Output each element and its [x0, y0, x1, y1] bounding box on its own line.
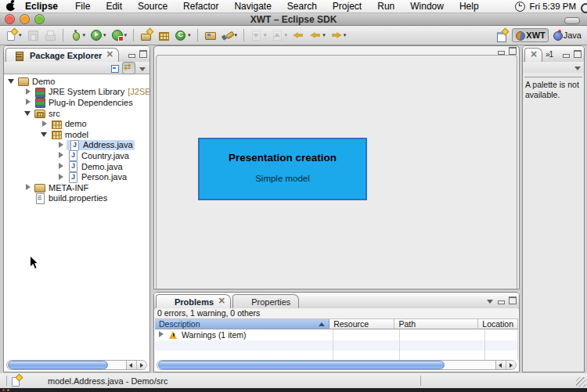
dropdown-arrow-icon[interactable]: ▾	[19, 32, 22, 38]
tree-item-src[interactable]: src	[5, 108, 149, 119]
expand-icon[interactable]	[24, 110, 31, 117]
expand-icon[interactable]	[157, 331, 164, 338]
menu-edit[interactable]: Edit	[98, 1, 130, 12]
tree-item-demo-java[interactable]: Demo.java	[5, 161, 149, 172]
tree-item-content[interactable]: Plug-in Dependencies	[34, 97, 133, 107]
tree-item-content[interactable]: Demo.java	[67, 161, 123, 171]
dropdown-arrow-icon[interactable]: ▾	[322, 32, 326, 38]
horizontal-scrollbar[interactable]	[6, 360, 147, 370]
column-header-path[interactable]: Path	[394, 319, 478, 329]
expand-icon[interactable]	[57, 152, 64, 159]
open-type-button[interactable]	[203, 28, 218, 42]
tree-item-plug-in-dependencies[interactable]: Plug-in Dependencies	[5, 97, 149, 108]
tree-item-content[interactable]: src	[34, 108, 60, 118]
perspective-xwt-button[interactable]: XWT	[512, 28, 548, 42]
link-with-editor-icon[interactable]	[122, 62, 135, 74]
maximize-view-icon[interactable]	[139, 50, 147, 58]
close-icon[interactable]	[105, 51, 113, 59]
editor-canvas[interactable]: Presentation creation Simple model	[156, 55, 517, 289]
menu-refactor[interactable]: Refactor	[175, 1, 226, 12]
tree-item-address-java[interactable]: Address.java	[5, 140, 149, 151]
back-button[interactable]: ▾	[308, 28, 327, 42]
view-menu-icon[interactable]	[573, 63, 582, 72]
selected-tree-item[interactable]: Address.java	[67, 140, 135, 150]
open-perspective-button[interactable]	[494, 28, 510, 42]
view-menu-icon[interactable]	[485, 296, 495, 305]
scrollbar-thumb[interactable]	[158, 361, 445, 369]
column-header-description[interactable]: Description	[155, 319, 330, 329]
new-java-package-button[interactable]	[156, 28, 171, 42]
scroll-left-icon[interactable]	[127, 361, 137, 369]
forward-button[interactable]: ▾	[329, 28, 348, 42]
tree-item-person-java[interactable]: Person.java	[5, 171, 149, 182]
minimize-view-icon[interactable]	[128, 50, 136, 58]
tree-item-content[interactable]: Demo	[17, 76, 55, 86]
debug-button[interactable]: ▾	[68, 28, 88, 42]
collapse-all-icon[interactable]	[110, 63, 121, 74]
table-row[interactable]: Warnings (1 item)	[155, 329, 518, 340]
scrollbar-thumb[interactable]	[8, 361, 108, 369]
tree-item-build-properties[interactable]: build.properties	[5, 193, 149, 204]
spotlight-icon[interactable]	[581, 3, 587, 13]
menu-search[interactable]: Search	[279, 1, 325, 12]
minimize-view-icon[interactable]	[497, 297, 506, 304]
tree-item-content[interactable]: JRE System Library[J2SE-1.5]	[34, 87, 150, 97]
new-java-project-button[interactable]	[139, 28, 154, 42]
tree-item-content[interactable]: demo	[50, 119, 87, 129]
dropdown-arrow-icon[interactable]: ▾	[344, 32, 347, 38]
maximize-editor-icon[interactable]	[508, 47, 517, 55]
run-button[interactable]: ▾	[88, 28, 108, 42]
menu-window[interactable]: Window	[402, 1, 452, 12]
last-edit-location-button[interactable]	[290, 28, 306, 42]
tree-item-demo[interactable]: demo	[5, 118, 149, 129]
dropdown-arrow-icon[interactable]: ▾	[83, 32, 86, 38]
clock-icon[interactable]	[515, 2, 525, 12]
tree-item-content[interactable]: META-INF	[34, 182, 88, 192]
package-explorer-tree[interactable]: DemoJRE System Library[J2SE-1.5]Plug-in …	[5, 74, 149, 360]
palette-tab[interactable]	[524, 48, 542, 62]
expand-icon[interactable]	[24, 184, 31, 191]
package-explorer-tab[interactable]: Package Explorer	[5, 48, 119, 62]
window-titlebar[interactable]: XWT – Eclipse SDK	[0, 13, 587, 26]
tree-item-demo[interactable]: Demo	[5, 76, 149, 87]
maximize-view-icon[interactable]	[508, 297, 517, 304]
tree-item-jre-system-library[interactable]: JRE System Library[J2SE-1.5]	[5, 87, 149, 98]
search-button[interactable]: ▾	[220, 28, 239, 42]
expand-icon[interactable]	[57, 174, 64, 181]
scroll-right-icon[interactable]	[506, 361, 516, 369]
expand-icon[interactable]	[24, 99, 31, 106]
apple-menu-icon[interactable]	[6, 1, 16, 12]
menu-help[interactable]: Help	[452, 1, 487, 12]
menu-run[interactable]: Run	[369, 1, 402, 12]
menu-source[interactable]: Source	[130, 1, 175, 12]
expand-icon[interactable]	[41, 131, 48, 138]
properties-tab[interactable]: Properties	[232, 294, 299, 308]
tree-item-meta-inf[interactable]: META-INF	[5, 182, 149, 193]
dropdown-arrow-icon[interactable]: ▾	[264, 32, 267, 38]
menu-file[interactable]: File	[67, 1, 98, 12]
expand-icon[interactable]	[8, 77, 15, 85]
expand-icon[interactable]	[24, 88, 31, 95]
perspective-java-button[interactable]: Java	[550, 29, 584, 41]
maximize-view-icon[interactable]	[573, 50, 582, 58]
close-icon[interactable]	[529, 51, 538, 59]
tree-item-content[interactable]: Country.java	[67, 150, 129, 160]
tree-item-content[interactable]: build.properties	[34, 193, 107, 203]
presentation-box[interactable]: Presentation creation Simple model	[198, 138, 367, 200]
close-icon[interactable]	[217, 297, 225, 306]
menu-project[interactable]: Project	[325, 1, 369, 12]
menubar-clock[interactable]: Fri 5:39 PM	[530, 2, 576, 11]
minimize-editor-icon[interactable]	[497, 47, 506, 55]
dropdown-arrow-icon[interactable]: ▾	[188, 32, 191, 38]
tree-item-country-java[interactable]: Country.java	[5, 150, 149, 161]
external-tools-button[interactable]: ▾	[110, 28, 129, 42]
tree-item-model[interactable]: model	[5, 129, 149, 140]
new-java-class-button[interactable]: ▾	[173, 28, 193, 42]
column-header-resource[interactable]: Resource	[330, 319, 394, 329]
expand-icon[interactable]	[57, 142, 64, 149]
expand-icon[interactable]	[41, 120, 48, 128]
menu-navigate[interactable]: Navigate	[226, 1, 279, 12]
scroll-right-icon[interactable]	[137, 361, 146, 369]
new-wizard-button[interactable]: ▾	[4, 28, 23, 42]
scroll-left-icon[interactable]	[496, 361, 506, 369]
